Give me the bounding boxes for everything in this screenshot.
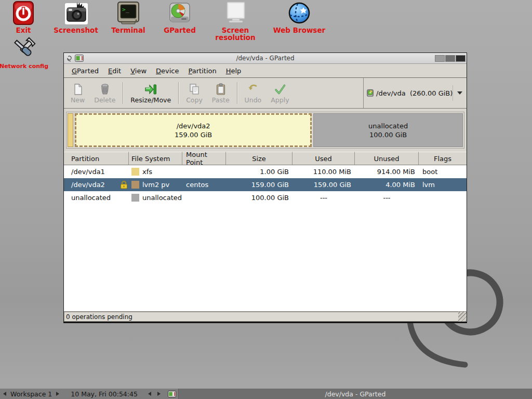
fs-label: xfs: [142, 168, 152, 176]
undo-button[interactable]: Undo: [240, 82, 267, 105]
cell-unused: 4.00 MiB: [355, 178, 419, 191]
task-title: /dev/vda - GParted: [325, 390, 386, 398]
table-row-unallocated[interactable]: unallocated unallocated 100.00 GiB --- -…: [64, 191, 467, 204]
menu-device[interactable]: Device: [151, 65, 183, 77]
fs-label: lvm2 pv: [142, 181, 169, 189]
cell-partition: /dev/vda1: [64, 165, 129, 178]
workspace-next-icon[interactable]: [56, 392, 59, 396]
cell-mountpoint: centos: [182, 178, 226, 191]
statusbar: 0 operations pending: [64, 311, 467, 322]
apply-button[interactable]: Apply: [266, 82, 294, 105]
partition-segment-unallocated[interactable]: unallocated 100.00 GiB: [313, 113, 463, 147]
desktop-icon-network-config[interactable]: Network config: [0, 36, 58, 70]
device-selector[interactable]: /dev/vda (260.00 GiB): [363, 78, 467, 108]
cell-mountpoint: [182, 165, 226, 178]
window-buttons: [435, 55, 467, 62]
fs-color-swatch: [131, 181, 139, 189]
menu-edit[interactable]: Edit: [103, 65, 126, 77]
cell-partition: unallocated: [64, 191, 129, 204]
desktop-icon-label: Web Browser: [265, 26, 333, 34]
cell-flags: boot: [419, 165, 467, 178]
column-header-filesystem[interactable]: File System: [129, 152, 182, 165]
column-header-partition[interactable]: Partition: [64, 152, 129, 165]
partition-segment-vda1[interactable]: [68, 113, 73, 147]
undo-icon: [247, 83, 259, 96]
power-exit-icon: [10, 1, 36, 25]
paste-button[interactable]: Paste: [207, 82, 234, 105]
cell-partition: /dev/vda2: [64, 178, 129, 191]
desktop-icon-web-browser[interactable]: Web Browser: [265, 1, 333, 34]
device-selector-value: /dev/vda (260.00 GiB): [376, 89, 453, 97]
column-header-size[interactable]: Size: [226, 152, 292, 165]
desktop-icon-label: Screen resolution: [202, 26, 269, 41]
menu-partition[interactable]: Partition: [184, 65, 221, 77]
segment-size: 159.00 GiB: [175, 130, 212, 139]
column-header-flags[interactable]: Flags: [419, 152, 467, 165]
segment-name: /dev/vda2: [177, 122, 210, 130]
monitor-icon: [222, 1, 249, 25]
window-menu-swirl-icon[interactable]: [66, 55, 73, 62]
window-titlebar[interactable]: /dev/vda - GParted: [64, 53, 467, 64]
resize-grip[interactable]: [458, 312, 467, 322]
menu-gparted[interactable]: GParted: [67, 65, 103, 77]
cell-unused: 914.00 MiB: [355, 165, 419, 178]
window-app-icon: [75, 55, 84, 62]
status-text: 0 operations pending: [64, 312, 458, 322]
fs-color-swatch: [131, 194, 139, 202]
gparted-disk-icon: [167, 1, 193, 25]
toolbar-separator: [237, 82, 237, 104]
copy-icon: [188, 83, 201, 96]
gparted-mini-icon: [168, 391, 176, 397]
taskbar-app-icon[interactable]: [168, 391, 176, 397]
camera-icon: [62, 1, 89, 25]
close-button[interactable]: [456, 55, 466, 62]
task-scroll: [145, 392, 164, 396]
maximize-button[interactable]: [445, 55, 455, 62]
lock-icon: [120, 180, 128, 189]
column-header-used[interactable]: Used: [292, 152, 355, 165]
segment-size: 100.00 GiB: [369, 130, 407, 139]
column-header-mountpoint[interactable]: Mount Point: [182, 152, 226, 165]
desktop-icon-screen-resolution[interactable]: Screen resolution: [202, 1, 269, 41]
workspace-prev-icon[interactable]: [3, 392, 6, 396]
fs-label: unallocated: [142, 194, 182, 202]
chevron-down-icon: [457, 91, 462, 95]
tools-icon: [9, 36, 38, 61]
task-prev-icon[interactable]: [148, 392, 151, 396]
workspace-label[interactable]: Workspace 1: [9, 390, 53, 398]
table-empty-area: [64, 204, 467, 311]
minimize-button[interactable]: [435, 55, 445, 62]
cell-filesystem: unallocated: [129, 191, 182, 204]
window-title: /dev/vda - GParted: [64, 55, 467, 62]
apply-icon: [274, 83, 286, 96]
segment-name: unallocated: [368, 122, 408, 130]
menu-help[interactable]: Help: [221, 65, 246, 77]
toolbar: New Delete Resize/Move: [64, 78, 467, 109]
cell-used: 110.00 MiB: [292, 165, 355, 178]
cell-used: ---: [292, 191, 355, 204]
copy-button[interactable]: Copy: [181, 82, 207, 105]
svg-text:>: >: [122, 6, 126, 13]
desktop: Exit Screenshot > _ Terminal: [0, 0, 532, 399]
column-header-unused[interactable]: Unused: [355, 152, 419, 165]
partition-label: /dev/vda2: [71, 181, 105, 189]
new-button[interactable]: New: [66, 82, 89, 105]
new-partition-icon: [72, 83, 84, 96]
taskbar: Workspace 1 10 May, Fri 00:54:45 /dev/vd…: [0, 388, 532, 399]
gparted-window: /dev/vda - GParted GP: [63, 52, 467, 323]
resize-move-button[interactable]: Resize/Move: [126, 82, 176, 105]
table-row-vda2-selected[interactable]: /dev/vda2 lvm2 pv centos 159.00 GiB 159.…: [64, 178, 467, 191]
cell-used: 159.00 GiB: [292, 178, 355, 191]
fs-color-swatch: [131, 168, 139, 176]
task-next-icon[interactable]: [157, 392, 161, 396]
menubar: GParted Edit View Device Partition Help: [64, 64, 467, 78]
partition-segment-vda2-selected[interactable]: /dev/vda2 159.00 GiB: [75, 113, 312, 147]
menu-view[interactable]: View: [126, 65, 151, 77]
delete-button[interactable]: Delete: [89, 82, 120, 105]
table-row-vda1[interactable]: /dev/vda1 xfs 1.00 GiB 110.00 MiB 914.00…: [64, 165, 467, 178]
taskbar-task-gparted[interactable]: /dev/vda - GParted: [178, 389, 532, 399]
cell-size: 159.00 GiB: [226, 178, 292, 191]
toolbar-separator: [178, 82, 179, 104]
cell-unused: ---: [355, 191, 419, 204]
paste-icon: [215, 83, 227, 96]
